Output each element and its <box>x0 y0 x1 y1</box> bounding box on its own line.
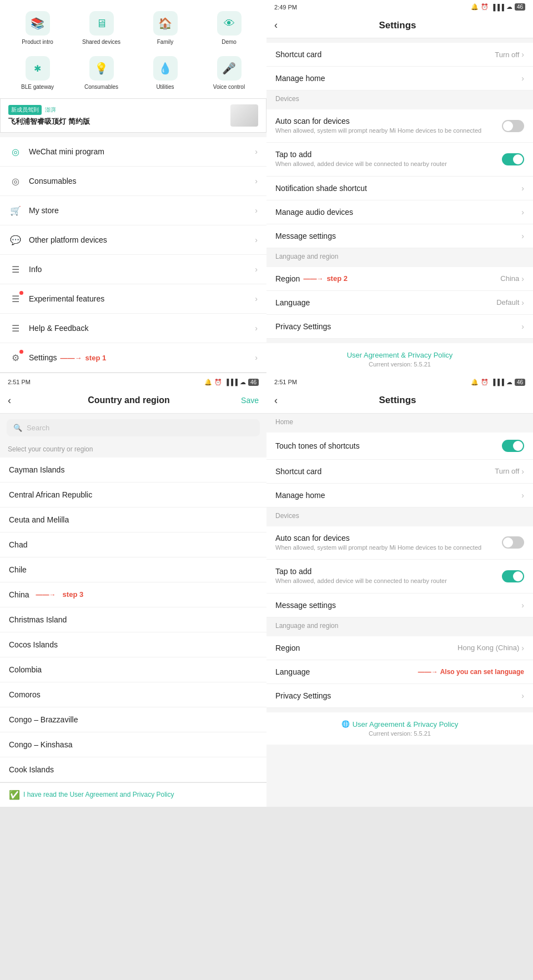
row-manage-home[interactable]: Manage home › <box>266 67 533 91</box>
status-bar-1: 2:49 PM 🔔 ⏰ ▐▐▐ ☁ 46 <box>266 0 533 14</box>
row-message-settings[interactable]: Message settings › <box>266 224 533 248</box>
menu-other-platform[interactable]: 💬 Other platform devices › <box>0 225 266 255</box>
language-2-title: Language <box>275 667 418 676</box>
auto-scan-toggle[interactable] <box>502 120 524 132</box>
menu-settings[interactable]: ⚙ Settings ——→ step 1 › <box>0 343 266 373</box>
row-tap-to-add[interactable]: Tap to add When allowed, added device wi… <box>266 143 533 176</box>
message-settings-2-title: Message settings <box>275 601 521 610</box>
menu-consumables[interactable]: ◎ Consumables › <box>0 167 266 196</box>
country-chile[interactable]: Chile <box>0 557 266 582</box>
row-language-1[interactable]: Language Default › <box>266 291 533 315</box>
country-cayman[interactable]: Cayman Islands <box>0 458 266 483</box>
menu-mystore[interactable]: 🛒 My store › <box>0 196 266 225</box>
icon-voice[interactable]: 🎤 Voice control <box>197 56 261 90</box>
privacy-version-1: Current version: 5.5.21 <box>275 361 524 368</box>
auto-scan-2-toggle[interactable] <box>502 536 524 549</box>
tap-to-add-subtitle: When allowed, added device will be conne… <box>275 160 502 168</box>
privacy-link-1[interactable]: User Agreement & Privacy Policy <box>275 351 524 359</box>
search-input[interactable]: Search <box>27 424 253 432</box>
tap-to-add-2-content: Tap to add When allowed, added device wi… <box>275 567 502 585</box>
tap-to-add-2-title: Tap to add <box>275 567 502 576</box>
country-chad[interactable]: Chad <box>0 532 266 557</box>
row-auto-scan-2[interactable]: Auto scan for devices When allowed, syst… <box>266 526 533 560</box>
row-language-2[interactable]: Language ——→ Also you can set language <box>266 660 533 684</box>
icon-utilities[interactable]: 💧 Utilities <box>133 56 197 90</box>
row-privacy-2[interactable]: Privacy Settings › <box>266 684 533 708</box>
congo-k-label: Congo – Kinshasa <box>9 740 72 749</box>
promo-banner[interactable]: 新成员驾到 澎湃 飞利浦智睿吸顶灯 简约版 <box>0 98 266 133</box>
select-label: Select your country or region <box>0 442 266 458</box>
shortcut-card-content: Shortcut card <box>275 50 495 59</box>
tap-to-add-2-toggle[interactable] <box>502 570 524 582</box>
back-button-country[interactable]: ‹ <box>8 395 11 406</box>
time-1: 2:49 PM <box>274 4 297 11</box>
family-icon: 🏠 <box>153 11 178 36</box>
language-1-value: Default <box>496 298 519 306</box>
country-congo-b[interactable]: Congo – Brazzaville <box>0 707 266 732</box>
row-message-settings-2[interactable]: Message settings › <box>266 594 533 617</box>
search-bar[interactable]: 🔍 Search <box>7 419 260 436</box>
row-privacy-1[interactable]: Privacy Settings › <box>266 315 533 339</box>
row-auto-scan[interactable]: Auto scan for devices When allowed, syst… <box>266 109 533 143</box>
row-tap-to-add-2[interactable]: Tap to add When allowed, added device wi… <box>266 560 533 593</box>
row-region-1[interactable]: Region ——→ step 2 China › <box>266 267 533 291</box>
row-manage-home-2[interactable]: Manage home › <box>266 484 533 507</box>
country-christmas[interactable]: Christmas Island <box>0 607 266 632</box>
back-button-2[interactable]: ‹ <box>274 395 278 406</box>
icon-ble[interactable]: ✱ BLE gateway <box>6 56 69 90</box>
icon-product-intro[interactable]: 📚 Product intro <box>6 11 69 45</box>
section-language-1: Region ——→ step 2 China › Language Defau… <box>266 267 533 339</box>
country-colombia[interactable]: Colombia <box>0 657 266 682</box>
mystore-arrow: › <box>255 206 258 215</box>
message-settings-2-arrow: › <box>521 601 524 610</box>
row-shortcut-card[interactable]: Shortcut card Turn off › <box>266 43 533 67</box>
country-cook[interactable]: Cook Islands <box>0 757 266 782</box>
save-button[interactable]: Save <box>241 396 259 405</box>
menu-info[interactable]: ☰ Info › <box>0 255 266 284</box>
country-central-african[interactable]: Central African Republic <box>0 483 266 507</box>
row-manage-audio[interactable]: Manage audio devices › <box>266 200 533 224</box>
manage-audio-title: Manage audio devices <box>275 208 521 217</box>
battery3-icon: 46 <box>248 379 259 386</box>
icon-shared-devices[interactable]: 🖥 Shared devices <box>69 11 133 45</box>
row-touch-tones[interactable]: Touch tones of shortcuts <box>266 433 533 460</box>
region-annotation-row: Region ——→ step 2 <box>275 274 500 283</box>
country-ceuta[interactable]: Ceuta and Melilla <box>0 507 266 532</box>
tap-to-add-toggle[interactable] <box>502 153 524 165</box>
privacy-2-title: Privacy Settings <box>275 691 521 700</box>
icon-consumables[interactable]: 💡 Consumables <box>69 56 133 90</box>
row-shortcut-card-2[interactable]: Shortcut card Turn off › <box>266 460 533 484</box>
shortcut-card-2-value: Turn off <box>495 467 519 475</box>
menu-wechat[interactable]: ◎ WeChat mini program › <box>0 137 266 167</box>
shared-devices-icon: 🖥 <box>89 11 114 36</box>
row-region-2[interactable]: Region Hong Kong (China) › <box>266 636 533 660</box>
manage-home-title: Manage home <box>275 74 521 83</box>
touch-tones-toggle[interactable] <box>502 440 524 452</box>
mystore-label: My store <box>29 206 255 215</box>
icon-demo[interactable]: 👁 Demo <box>197 11 261 45</box>
country-comoros[interactable]: Comoros <box>0 682 266 707</box>
menu-experimental[interactable]: ☰ Experimental features › <box>0 284 266 314</box>
wechat-icon: ◎ <box>9 145 22 158</box>
country-china[interactable]: China ——→ step 3 <box>0 582 266 607</box>
message-settings-arrow: › <box>521 232 524 240</box>
row-notification-shade[interactable]: Notification shade shortcut › <box>266 177 533 200</box>
auto-scan-2-title: Auto scan for devices <box>275 534 502 542</box>
step3-badge: step 3 <box>63 590 84 599</box>
agreement-footer[interactable]: ✅ I have read the User Agreement and Pri… <box>0 782 266 807</box>
section-devices-2: Auto scan for devices When allowed, syst… <box>266 526 533 617</box>
icon-family[interactable]: 🏠 Family <box>133 11 197 45</box>
shortcut-card-2-arrow: › <box>521 467 524 476</box>
back-button-1[interactable]: ‹ <box>274 19 278 31</box>
privacy-link-2[interactable]: User Agreement & Privacy Policy <box>353 720 459 728</box>
country-congo-k[interactable]: Congo – Kinshasa <box>0 732 266 757</box>
country-cocos[interactable]: Cocos Islands <box>0 632 266 657</box>
utilities-label: Utilities <box>156 84 174 90</box>
region-2-title: Region <box>275 644 457 652</box>
manage-audio-content: Manage audio devices <box>275 208 521 217</box>
privacy-1-arrow: › <box>521 322 524 331</box>
alarm4-icon: ⏰ <box>481 379 489 386</box>
menu-help[interactable]: ☰ Help & Feedback › <box>0 314 266 343</box>
status-bar-3: 2:51 PM 🔔 ⏰ ▐▐▐ ☁ 46 <box>0 375 266 389</box>
region-2-value: Hong Kong (China) <box>457 644 519 652</box>
